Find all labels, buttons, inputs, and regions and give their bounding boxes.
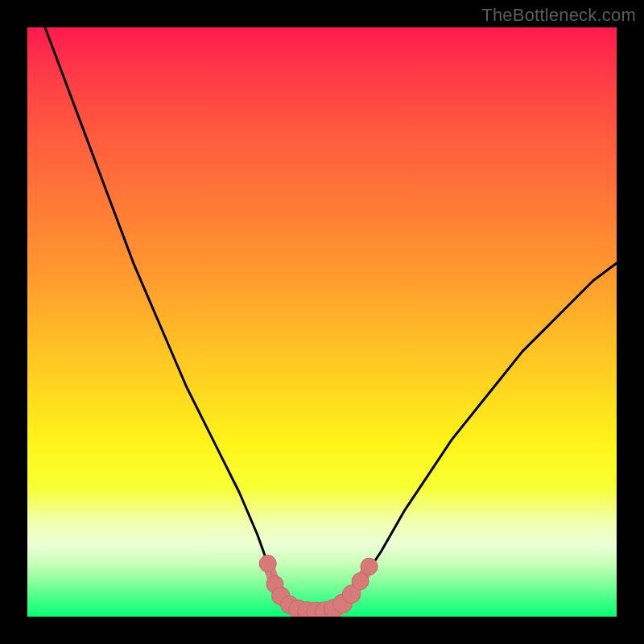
bottleneck-curve [45,27,617,612]
marker-dot [259,555,276,572]
plot-area [27,27,617,617]
marker-dot [352,572,369,589]
chart-frame: TheBottleneck.com [0,0,644,644]
curve-markers [259,555,378,617]
marker-dot [361,558,378,575]
attribution-text: TheBottleneck.com [481,5,636,26]
curve-layer [27,27,617,617]
